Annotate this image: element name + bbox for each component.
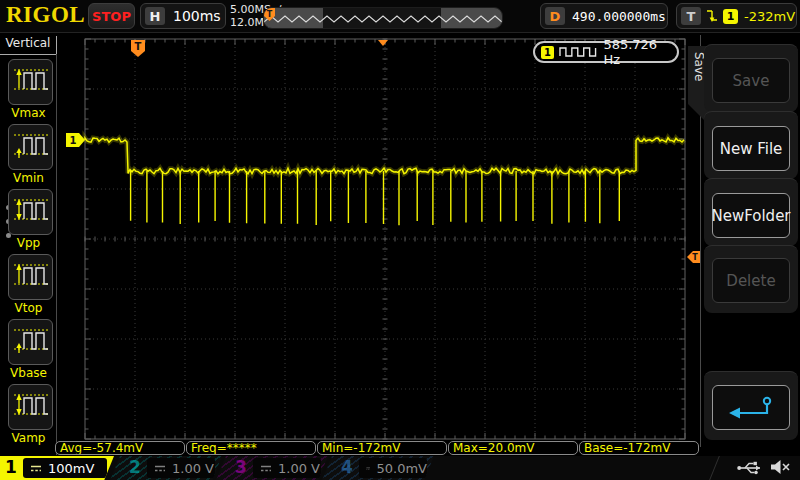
trigger-source-badge: 1 [723,9,738,24]
trigger-level-marker: T [687,251,700,263]
horizontal-label: H [145,7,165,25]
measurement-min: Min=-172mV [317,441,447,455]
trigger-delay-control[interactable]: D 490.000000ms [540,3,668,29]
channel-2-status[interactable]: 2 1.00 V [110,456,222,480]
channel-scale-box: 1.00 V [253,458,321,478]
vtop-button[interactable] [8,254,53,300]
delete-button[interactable]: Delete [712,258,790,303]
back-button[interactable] [712,385,790,430]
square-wave-icon [559,46,599,58]
brand-logo: RIGOL [6,2,85,28]
thumbnail-waveform [264,8,502,28]
dc-coupling-icon [30,464,42,473]
run-state-button[interactable]: STOP [88,3,135,29]
top-status-bar: RIGOL STOP H 100ms 5.00MSa/s 12.0M pts T… [0,0,800,33]
frequency-counter: 1 585.726 Hz [533,41,679,63]
menu-item-label: Vmin [0,171,57,185]
channel-3-status[interactable]: 3 1.00 V [216,456,328,480]
channel-scale: 1.00 V [278,461,320,476]
vtop-icon [12,259,50,295]
channel-number: 2 [129,457,141,477]
vmin-icon [12,129,50,165]
svg-text:T: T [135,41,142,52]
falling-edge-icon [705,8,718,24]
vpp-button[interactable] [8,189,53,235]
left-menu-title: Vertical [0,36,57,55]
svg-text:T: T [692,253,698,262]
vmax-button[interactable] [8,59,53,105]
vmax-icon [12,64,50,100]
channel-number: 1 [5,457,17,477]
trigger-status-control[interactable]: T 1 -232mV [676,3,797,29]
menu-item-label: Vmax [0,106,57,120]
new-file-button[interactable]: New File [712,126,790,171]
channel-scale: 1.00 V [172,461,214,476]
channel-number: 4 [341,457,353,477]
oscilloscope-screen: RIGOL STOP H 100ms 5.00MSa/s 12.0M pts T… [0,0,800,480]
status-bar-divider [709,456,720,480]
thumbnail-trigger-icon: T [264,8,275,21]
channel-1-status[interactable]: 1 100mV [0,456,114,480]
channel-scale: 50.0mV [376,461,427,476]
channel-4-status[interactable]: 4 50.0mV [322,456,434,480]
menu-item-label: Vbase [0,366,57,380]
delay-position-marker [378,40,388,46]
usb-icon [736,458,764,476]
svg-text:T: T [267,10,273,19]
trigger-level-value: -232mV [744,9,795,24]
horizontal-timebase-control[interactable]: H 100ms [140,3,226,29]
waveform-display: T 1 T [60,35,705,460]
speaker-muted-icon [770,458,794,476]
dc-coupling-icon [154,464,166,473]
timebase-value: 100ms [173,8,221,24]
delay-label: D [545,7,565,25]
measurement-avg: Avg=-57.4mV [55,441,185,455]
vamp-icon [12,389,50,425]
vbase-icon [12,324,50,360]
measurement-max: Max=20.0mV [448,441,578,455]
dc-coupling-icon [366,464,370,473]
counter-source-badge: 1 [541,46,554,59]
vpp-icon [12,194,50,230]
channel-status-bar: 1 100mV 2 1.00 V 3 1.00 V 4 [0,456,800,480]
counter-value: 585.726 Hz [603,37,677,67]
svg-text:1: 1 [70,135,77,146]
measurement-base: Base=-172mV [579,441,699,455]
measurement-readouts: Avg=-57.4mV Freq=***** Min=-172mV Max=20… [0,441,700,456]
new-folder-button[interactable]: NewFolder [712,193,790,238]
return-arrow-icon [723,394,779,422]
channel-1-level-marker: 1 [66,133,85,147]
trigger-label: T [681,7,701,25]
channel-number: 3 [235,457,247,477]
channel-scale-box: 50.0mV [359,458,427,478]
waveform-position-thumbnail[interactable]: T [263,7,503,29]
vmin-button[interactable] [8,124,53,170]
trigger-position-marker: T [131,40,145,57]
vbase-button[interactable] [8,319,53,365]
dc-coupling-icon [260,464,272,473]
vamp-button[interactable] [8,384,53,430]
save-button[interactable]: Save [712,58,790,103]
delay-value: 490.000000ms [572,9,666,24]
channel-scale-box: 100mV [23,458,107,478]
channel-scale-box: 1.00 V [147,458,215,478]
menu-item-label: Vtop [0,301,57,315]
measurement-freq: Freq=***** [186,441,316,455]
channel-scale: 100mV [48,461,94,476]
menu-item-label: Vpp [0,236,57,250]
